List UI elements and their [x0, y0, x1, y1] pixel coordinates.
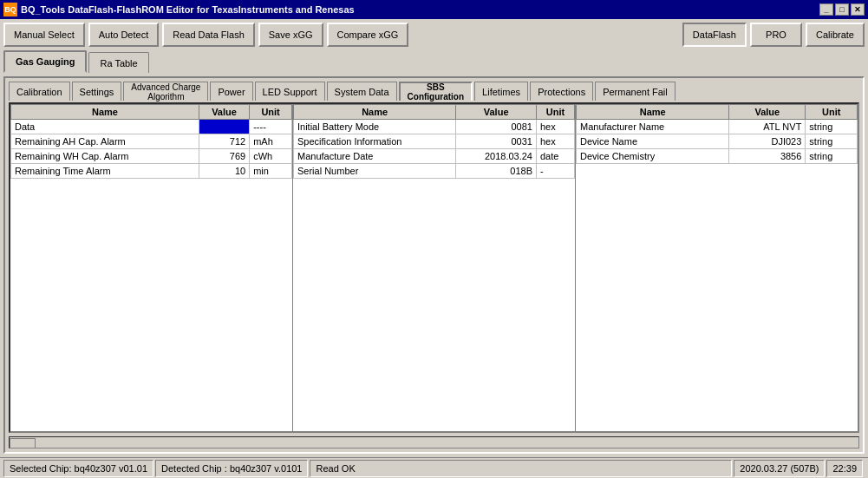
calibrate-button[interactable]: Calibrate [806, 23, 865, 47]
pro-button[interactable]: PRO [750, 23, 802, 47]
subtab-permanent-fail[interactable]: Permanent Fail [595, 82, 675, 101]
subtab-system-data[interactable]: System Data [327, 82, 397, 101]
table-row[interactable]: Manufacture Date2018.03.24date [294, 149, 575, 164]
status-selected-chip: Selected Chip: bq40z307 v01.01 [3, 460, 153, 477]
table-panel-1: Name Value Unit Data----Remaining AH Cap… [10, 104, 293, 431]
status-detected-chip: Detected Chip : bq40z307 v.0101 [155, 460, 308, 477]
content-area: Name Value Unit Data----Remaining AH Cap… [9, 102, 859, 433]
table-2: Name Value Unit Initial Battery Mode0081… [293, 104, 575, 179]
table-row[interactable]: Serial Number018B- [294, 164, 575, 179]
right-button-group: DataFlash PRO Calibrate [682, 23, 865, 47]
subtab-settings[interactable]: Settings [72, 82, 122, 101]
maximize-button[interactable]: □ [835, 3, 849, 16]
table-1: Name Value Unit Data----Remaining AH Cap… [10, 104, 292, 179]
subtab-advanced-charge[interactable]: Advanced ChargeAlgorithm [123, 82, 208, 101]
table-row[interactable]: Specification Information0031hex [294, 134, 575, 149]
table3-header-name: Name [577, 105, 729, 120]
close-button[interactable]: ✕ [851, 3, 865, 16]
table-panel-2: Name Value Unit Initial Battery Mode0081… [293, 104, 576, 431]
subtab-led-support[interactable]: LED Support [255, 82, 325, 101]
save-xgg-button[interactable]: Save xGG [258, 23, 323, 47]
subtab-power[interactable]: Power [210, 82, 252, 101]
main-area: Manual Select Auto Detect Read Data Flas… [0, 19, 868, 457]
table-row[interactable]: Manufacturer NameATL NVTstring [577, 120, 858, 134]
tab-gas-gauging[interactable]: Gas Gauging [3, 50, 87, 73]
manual-select-button[interactable]: Manual Select [3, 23, 85, 47]
table-panel-3: Name Value Unit Manufacturer NameATL NVT… [576, 104, 858, 431]
subtab-lifetimes[interactable]: Lifetimes [474, 82, 528, 101]
table-row[interactable]: Initial Battery Mode0081hex [294, 120, 575, 134]
read-data-flash-button[interactable]: Read Data Flash [162, 23, 255, 47]
table3-header-value: Value [729, 105, 806, 120]
status-date: 2020.03.27 (507B) [734, 460, 825, 477]
subtab-sbs-configuration[interactable]: SBSConfiguration [399, 82, 473, 101]
title-bar-controls: _ □ ✕ [819, 3, 865, 16]
title-bar-title: BQ_Tools DataFlash-FlashROM Editor for T… [21, 4, 355, 15]
table-3: Name Value Unit Manufacturer NameATL NVT… [576, 104, 858, 164]
app-icon-text: BQ [4, 5, 16, 14]
table1-header-unit: Unit [250, 105, 292, 120]
tab-ra-table[interactable]: Ra Table [88, 52, 148, 73]
table2-header-value: Value [456, 105, 537, 120]
status-bar: Selected Chip: bq40z307 v01.01 Detected … [0, 457, 868, 478]
dataflash-button[interactable]: DataFlash [682, 23, 747, 47]
app-icon: BQ [3, 3, 17, 16]
title-bar: BQ BQ_Tools DataFlash-FlashROM Editor fo… [0, 0, 868, 19]
table1-header-name: Name [11, 105, 199, 120]
table2-header-name: Name [294, 105, 456, 120]
table-row[interactable]: Device Chemistry3856string [577, 149, 858, 164]
table-row[interactable]: Device NameDJI023string [577, 134, 858, 149]
subtab-protections[interactable]: Protections [530, 82, 593, 101]
subtab-calibration[interactable]: Calibration [9, 82, 70, 101]
table3-header-unit: Unit [806, 105, 858, 120]
auto-detect-button[interactable]: Auto Detect [88, 23, 159, 47]
sub-tab-row: Calibration Settings Advanced ChargeAlgo… [9, 82, 859, 101]
main-panel: Calibration Settings Advanced ChargeAlgo… [3, 76, 865, 454]
table1-header-value: Value [199, 105, 249, 120]
table-row[interactable]: Remaining WH Cap. Alarm769cWh [11, 149, 292, 164]
table-row[interactable]: Data---- [11, 120, 292, 134]
status-time: 22:39 [826, 460, 863, 477]
table2-header-unit: Unit [536, 105, 574, 120]
table-row[interactable]: Remaining AH Cap. Alarm712mAh [11, 134, 292, 149]
status-read-ok: Read OK [310, 460, 732, 477]
title-bar-left: BQ BQ_Tools DataFlash-FlashROM Editor fo… [3, 3, 355, 16]
minimize-button[interactable]: _ [819, 3, 833, 16]
top-tab-row: Gas Gauging Ra Table [3, 50, 865, 73]
toolbar: Manual Select Auto Detect Read Data Flas… [3, 23, 865, 47]
compare-xgg-button[interactable]: Compare xGG [327, 23, 409, 47]
table-row[interactable]: Remaining Time Alarm10min [11, 164, 292, 179]
horizontal-scrollbar[interactable] [9, 436, 859, 449]
